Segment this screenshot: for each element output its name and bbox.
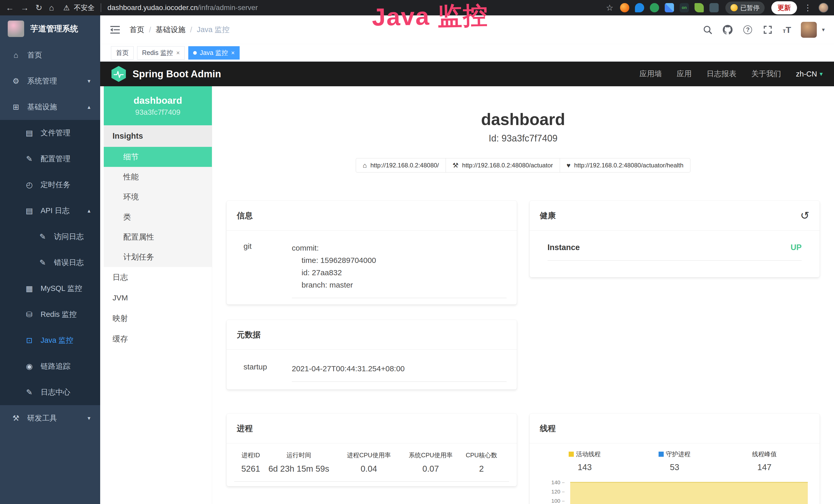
sba-item-scheduled-tasks[interactable]: 计划任务 (104, 247, 212, 267)
sba-nav-applications[interactable]: 应用 (677, 69, 692, 79)
back-icon[interactable]: ← (6, 4, 14, 12)
sba-item-classes[interactable]: 类 (104, 207, 212, 227)
sidebar-item-config-management[interactable]: ✎ 配置管理 (0, 146, 100, 172)
sba-item-jvm[interactable]: JVM (104, 288, 212, 308)
search-icon[interactable] (702, 25, 713, 35)
threads-card: 线程 活动线程 143 守护进程 (530, 414, 820, 504)
threads-chart: 140 120 100 (540, 480, 810, 504)
breadcrumb-home[interactable]: 首页 (129, 25, 144, 35)
sidebar-item-java-monitor[interactable]: ⊡ Java 监控 (0, 327, 100, 353)
tag-home[interactable]: 首页 (111, 46, 134, 60)
history-icon[interactable]: ↺ (800, 209, 809, 222)
close-icon[interactable]: × (231, 49, 235, 56)
hamburger-icon[interactable] (109, 24, 121, 36)
font-size-icon[interactable]: тТ (783, 25, 791, 35)
legend-peak-threads: 线程峰值 147 (720, 450, 809, 472)
github-icon[interactable] (723, 25, 733, 35)
sba-instance-block[interactable]: dashboard 93a3fc7f7409 (104, 86, 212, 125)
extension-icon-switch-on[interactable]: on (680, 3, 689, 12)
help-icon[interactable]: ? (743, 25, 753, 35)
reload-icon[interactable]: ↻ (36, 4, 42, 12)
extension-icon-drop[interactable] (635, 3, 644, 12)
url-text[interactable]: dashboard.yudao.iocoder.cn/infra/admin-s… (107, 4, 258, 12)
metadata-card: 元数据 startup 2021-04-27T00:44:31.254+08:0… (226, 320, 517, 389)
sidebar-item-system-management[interactable]: ⚙ 系统管理 ▾ (0, 68, 100, 94)
sidebar-item-trace[interactable]: ◉ 链路追踪 (0, 353, 100, 379)
chart-area-fill (570, 482, 808, 504)
sidebar-item-redis-monitor[interactable]: ⛁ Redis 监控 (0, 301, 100, 327)
tools-icon: ⚒ (11, 414, 21, 422)
update-button[interactable]: 更新 (771, 1, 797, 15)
sba-item-details[interactable]: 细节 (104, 147, 212, 167)
instance-health-link[interactable]: ♥ http://192.168.0.2:48080/actuator/heal… (560, 158, 690, 173)
file-icon: ▤ (25, 129, 34, 137)
tags-bar: 首页 Redis 监控 × Java 监控 × (100, 44, 834, 62)
health-row: Instance UP (548, 243, 802, 260)
page-instance-id: Id: 93a3fc7f7409 (226, 133, 820, 144)
browser-profile-avatar[interactable] (818, 3, 828, 13)
timer-icon: ◴ (25, 180, 34, 189)
user-avatar[interactable] (801, 22, 817, 38)
chevron-up-icon: ▴ (88, 207, 90, 214)
chart-plot-area (570, 480, 808, 504)
extension-icon-leaf[interactable] (695, 3, 704, 12)
security-warning-icon[interactable]: ⚠ (63, 4, 70, 12)
process-card-title: 进程 (226, 414, 517, 443)
tag-label: Redis 监控 (142, 48, 173, 57)
process-col-header: 进程CPU使用率 (330, 451, 407, 459)
process-col-header: 进程ID (234, 451, 267, 459)
spring-boot-admin-logo-icon (111, 66, 126, 82)
sba-brand-title[interactable]: Spring Boot Admin (133, 69, 221, 79)
screen: ← → ↻ ⌂ ⚠ 不安全 dashboard.yudao.iocoder.cn… (0, 0, 834, 504)
sba-item-mappings[interactable]: 映射 (104, 308, 212, 329)
sba-item-logs[interactable]: 日志 (104, 267, 212, 288)
sidebar-item-api-logs[interactable]: ▤ API 日志 ▴ (0, 198, 100, 224)
info-key: git (237, 242, 292, 298)
sidebar-item-access-logs[interactable]: ✎ 访问日志 (0, 224, 100, 250)
bookmark-star-icon[interactable]: ☆ (606, 4, 613, 12)
doc-icon: ✎ (38, 258, 47, 267)
sidebar-item-home[interactable]: ⌂ 首页 (0, 42, 100, 68)
mysql-icon: ▦ (25, 284, 34, 293)
instance-actuator-link[interactable]: ⚒ http://192.168.0.2:48080/actuator (446, 158, 560, 173)
home-icon: ⌂ (11, 51, 21, 60)
sba-nav-about[interactable]: 关于我们 (751, 69, 781, 79)
sidebar-item-label: Redis 监控 (41, 310, 76, 320)
locale-label: zh-CN (796, 70, 817, 78)
browser-menu-kebab-icon[interactable]: ⋮ (804, 4, 812, 12)
breadcrumb-section[interactable]: 基础设施 (156, 25, 185, 35)
sba-item-performance[interactable]: 性能 (104, 167, 212, 187)
sba-item-environment[interactable]: 环境 (104, 187, 212, 207)
extension-icon-puzzle[interactable] (709, 3, 719, 12)
app-logo-row[interactable]: 芋道管理系统 (0, 16, 100, 42)
tag-java-monitor[interactable]: Java 监控 × (188, 46, 240, 60)
extension-icon-orange[interactable] (620, 3, 629, 12)
sidebar-item-error-logs[interactable]: ✎ 错误日志 (0, 250, 100, 275)
sba-nav-wall[interactable]: 应用墙 (640, 69, 662, 79)
sidebar-item-infrastructure[interactable]: ⊞ 基础设施 ▴ (0, 94, 100, 120)
sidebar-item-scheduled-jobs[interactable]: ◴ 定时任务 (0, 172, 100, 198)
instance-root-link[interactable]: ⌂ http://192.168.0.2:48080/ (356, 158, 446, 173)
tag-redis-monitor[interactable]: Redis 监控 × (137, 46, 185, 60)
sidebar-item-dev-tools[interactable]: ⚒ 研发工具 ▾ (0, 405, 100, 431)
fullscreen-icon[interactable] (763, 25, 773, 35)
locale-selector[interactable]: zh-CN ▾ (796, 70, 823, 78)
sba-section-insights: Insights (104, 125, 212, 147)
extension-icon-grid[interactable] (665, 3, 674, 12)
forward-icon[interactable]: → (21, 4, 29, 12)
sba-nav-journal[interactable]: 日志报表 (707, 69, 737, 79)
paused-badge[interactable]: 已暂停 (725, 2, 765, 14)
sidebar-item-file-management[interactable]: ▤ 文件管理 (0, 120, 100, 146)
extension-icon-green-circle[interactable] (650, 3, 659, 12)
home-icon: ⌂ (363, 161, 367, 169)
sidebar-item-log-center[interactable]: ✎ 日志中心 (0, 379, 100, 405)
sba-item-caches[interactable]: 缓存 (104, 329, 212, 349)
avatar-caret-down-icon[interactable]: ▾ (822, 26, 825, 33)
close-icon[interactable]: × (176, 49, 180, 56)
address-bar[interactable]: ⚠ 不安全 dashboard.yudao.iocoder.cn/infra/a… (63, 3, 258, 12)
sba-item-config-props[interactable]: 配置属性 (104, 227, 212, 247)
sidebar-item-mysql-monitor[interactable]: ▦ MySQL 监控 (0, 275, 100, 301)
wrench-icon: ⚒ (453, 161, 459, 169)
browser-home-icon[interactable]: ⌂ (49, 4, 54, 12)
y-tick-label: 120 (540, 488, 565, 495)
